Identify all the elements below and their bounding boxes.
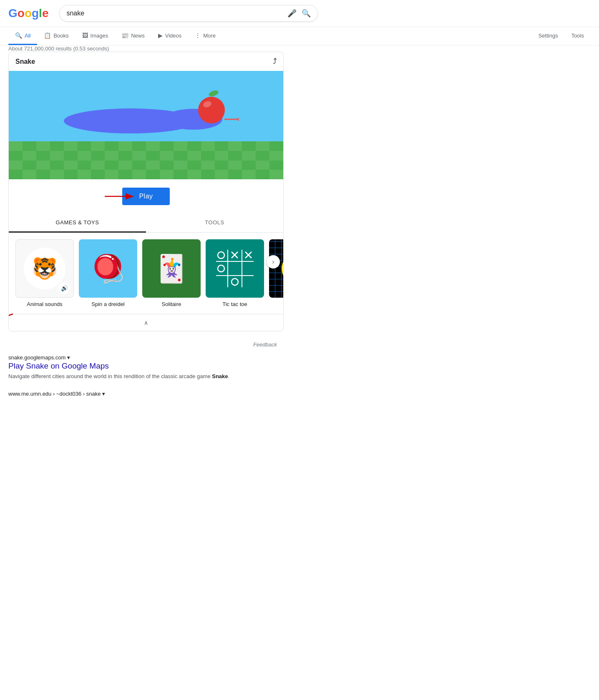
checker-cell [215, 161, 229, 170]
checker-cell [64, 141, 78, 151]
checker-cell [174, 151, 187, 161]
result-url-text-1: snake.googlemaps.com ▾ [8, 354, 70, 361]
game-animal-sounds[interactable]: 🐯 🔊 Animal sounds [15, 239, 74, 307]
checker-cell [256, 161, 269, 170]
tab-games-toys[interactable]: GAMES & TOYS [9, 213, 146, 233]
checker-cell [36, 170, 50, 179]
checker-cell [9, 170, 23, 179]
tab-books[interactable]: 📋 Books [37, 27, 75, 45]
collapse-button[interactable]: ∧ [9, 314, 283, 331]
checker-cell [228, 151, 242, 161]
result-url-2: www.me.umn.edu › ~dockt036 › snake ▾ [8, 391, 275, 397]
checker-cell [187, 161, 201, 170]
tab-news[interactable]: 📰 News [115, 27, 151, 45]
checker-cell [50, 151, 64, 161]
result-title-1[interactable]: Play Snake on Google Maps [8, 361, 275, 371]
checker-cell [91, 141, 105, 151]
settings-label: Settings [539, 33, 558, 39]
apple-area [195, 88, 228, 127]
checker-cell [78, 170, 91, 179]
checker-cell [146, 141, 160, 151]
svg-point-21 [218, 252, 224, 258]
checker-cell [91, 151, 105, 161]
tictactoe-thumb [206, 239, 264, 298]
snake-card: Snake ⤴ [8, 52, 284, 331]
snake-preview: // Generate checkerboard cells document.… [9, 71, 283, 179]
checker-cell [146, 161, 160, 170]
checker-cell [23, 161, 36, 170]
feedback-label: Feedback [253, 341, 277, 348]
svg-point-13 [198, 97, 225, 123]
checker-cell [242, 151, 256, 161]
game-solitaire[interactable]: 🃏 Solitaire [142, 239, 201, 307]
checker-cell [118, 141, 132, 151]
card-tabs: GAMES & TOYS TOOLS [9, 213, 283, 233]
google-logo[interactable]: Google [8, 7, 48, 20]
checker-cell [242, 170, 256, 179]
all-icon: 🔍 [15, 32, 22, 39]
checker-cell [36, 151, 50, 161]
checker-cell [64, 170, 78, 179]
checker-cell [50, 141, 64, 151]
game-spin-dreidel[interactable]: 🪀 Spin a dreidel [79, 239, 137, 307]
ground-area: // Generate checkerboard cells document.… [9, 141, 283, 179]
checker-cell [105, 170, 118, 179]
tools-tab-label: TOOLS [205, 219, 224, 226]
results-count: About 721,000,000 results (0.53 seconds) [0, 45, 292, 52]
card-title: Snake [15, 58, 35, 65]
share-icon[interactable]: ⤴ [273, 57, 277, 66]
search-button-icon[interactable]: 🔍 [302, 9, 311, 18]
tab-tools[interactable]: Tools [565, 28, 591, 45]
tab-tools[interactable]: TOOLS [146, 213, 283, 232]
tab-images-label: Images [91, 33, 108, 39]
mic-icon[interactable]: 🎤 [287, 9, 297, 18]
tab-settings[interactable]: Settings [532, 28, 565, 45]
checker-cell [64, 151, 78, 161]
checker-cell [242, 141, 256, 151]
images-icon: 🖼 [82, 32, 88, 39]
tab-videos[interactable]: ▶ Videos [151, 27, 189, 45]
dreidel-thumb: 🪀 [79, 239, 137, 298]
games-toys-label: GAMES & TOYS [56, 219, 99, 226]
checker-cell [23, 141, 36, 151]
more-icon: ⋮ [195, 32, 201, 39]
result-item: snake.googlemaps.com ▾ Play Snake on Goo… [8, 354, 275, 381]
checker-cell [256, 170, 269, 179]
checker-cell [118, 151, 132, 161]
checker-cell [9, 161, 23, 170]
feedback-area[interactable]: Feedback [8, 338, 284, 351]
checker-cell [91, 170, 105, 179]
checker-cell [105, 141, 118, 151]
tictactoe-svg [214, 248, 256, 289]
checker-cell [160, 141, 174, 151]
sky-area [9, 71, 283, 141]
game-pacman[interactable]: PAC-MAN [269, 239, 283, 307]
game-tic-tac-toe[interactable]: Tic tac toe [206, 239, 264, 307]
search-bar[interactable]: snake 🎤 🔍 [59, 5, 318, 22]
result-snippet-1: Navigate different cities around the wor… [8, 372, 275, 381]
tab-more[interactable]: ⋮ More [188, 27, 222, 45]
checker-cell [269, 151, 283, 161]
checker-cell [160, 161, 174, 170]
tab-images[interactable]: 🖼 Images [76, 27, 115, 45]
checker-cell [187, 170, 201, 179]
checkerboard: // Generate checkerboard cells document.… [9, 141, 283, 179]
checker-cell [228, 141, 242, 151]
checker-cell [174, 170, 187, 179]
checker-cell [105, 161, 118, 170]
search-input[interactable]: snake [66, 10, 287, 17]
checker-cell [132, 141, 146, 151]
checker-cell [215, 141, 229, 151]
nav-settings: Settings Tools [532, 28, 591, 45]
games-grid: 🐯 🔊 Animal sounds 🪀 Spin a dreidel 🃏 [9, 233, 283, 314]
checker-cell [269, 141, 283, 151]
checker-cell [132, 151, 146, 161]
solitaire-emoji: 🃏 [155, 253, 188, 284]
tab-all[interactable]: 🔍 All [8, 27, 37, 45]
tab-all-label: All [25, 33, 30, 39]
checker-cell [9, 141, 23, 151]
tab-books-label: Books [53, 33, 68, 39]
games-section: 🐯 🔊 Animal sounds 🪀 Spin a dreidel 🃏 [9, 233, 283, 314]
solitaire-label: Solitaire [162, 301, 181, 307]
search-icons: 🎤 🔍 [287, 9, 311, 18]
